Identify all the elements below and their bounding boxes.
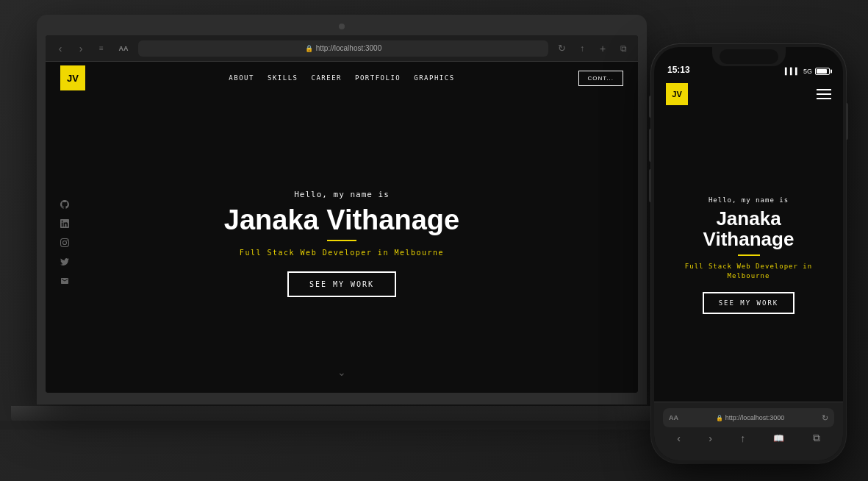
phone-browser-tabs-button[interactable]: ⧉ [813,432,820,444]
linkedin-icon[interactable] [60,219,69,229]
browser-new-tab-button[interactable]: + [595,41,610,56]
laptop-foot [0,421,691,430]
phone-hero-subtitle: Full Stack Web Developer inMelbourne [685,262,812,280]
hamburger-line-1 [817,89,831,90]
forward-icon: › [79,43,83,54]
social-icons [60,200,69,287]
phone-hero: Hello, my name is Janaka Vithanage Full … [654,109,843,402]
phone-reload-button[interactable]: ↻ [822,413,828,423]
instagram-icon[interactable] [60,238,69,249]
lock-icon: 🔒 [305,45,313,52]
nav-link-skills[interactable]: SKILLS [268,74,298,82]
web-hero: Hello, my name is Janaka Vithanage Full … [46,94,638,393]
hero-divider [327,240,356,241]
phone-browser-nav: ‹ › ↑ 📖 ⧉ [663,432,834,444]
nav-link-career[interactable]: CAREER [311,74,342,82]
phone-volume-down-button [649,169,651,202]
phone-browser-forward-button[interactable]: › [709,432,712,444]
phone-logo[interactable]: JV [666,83,688,105]
hero-subtitle: Full Stack Web Developer in Melbourne [240,249,444,257]
reader-icon: ≡ [99,44,104,52]
phone-hero-hello: Hello, my name is [709,196,789,204]
phone-browser-bookmarks-button[interactable]: 📖 [773,433,784,443]
scroll-indicator: ⌄ [337,366,346,378]
github-icon[interactable] [60,200,69,210]
browser-reload-button[interactable]: ↻ [554,41,569,56]
laptop-screen: ‹ › ≡ AA 🔒 http://localhost:3000 [46,35,638,393]
phone-url-text: 🔒 http://localhost:3000 [716,414,785,421]
browser-reader-button[interactable]: ≡ [94,41,109,56]
browser-share-button[interactable]: ↑ [575,41,589,56]
reload-icon: ↻ [558,43,566,54]
mail-icon[interactable] [60,277,69,287]
hero-name: Janaka Vithanage [224,205,459,236]
see-my-work-button[interactable]: SEE MY WORK [287,271,396,297]
phone-status-icons: ▍▍▍ 5G [785,68,830,75]
phone-time: 15:13 [667,65,690,75]
web-navbar: JV ABOUT SKILLS CAREER PORTFOLIO GRAPHIC… [46,62,638,94]
notch-pill [720,49,778,64]
browser-back-button[interactable]: ‹ [53,41,68,56]
nav-link-about[interactable]: ABOUT [229,74,254,82]
laptop-body: ‹ › ≡ AA 🔒 http://localhost:3000 [37,15,647,405]
share-icon: ↑ [580,43,584,54]
phone-browser-bar: AA 🔒 http://localhost:3000 ↻ ‹ › ↑ 📖 ⧉ [654,402,843,460]
phone-see-my-work-button[interactable]: SEE MY WORK [703,292,795,314]
browser-tabs-button[interactable]: ⧉ [616,41,631,56]
web-logo[interactable]: JV [60,65,85,90]
hamburger-line-3 [817,98,831,99]
phone-inner: 15:13 ▍▍▍ 5G JV [654,47,843,460]
laptop-device: ‹ › ≡ AA 🔒 http://localhost:3000 [37,15,647,463]
browser-aa-button[interactable]: AA [115,42,132,55]
tabs-icon: ⧉ [620,43,627,54]
hamburger-line-2 [817,93,831,95]
signal-bars-icon: ▍▍▍ [785,68,800,75]
laptop-base [11,406,672,421]
new-tab-icon: + [600,43,606,54]
phone-browser-url-bar[interactable]: AA 🔒 http://localhost:3000 ↻ [663,408,834,427]
laptop-camera [339,24,345,29]
phone-volume-up-button [649,129,651,162]
browser-url-bar[interactable]: 🔒 http://localhost:3000 [138,40,548,57]
phone-dynamic-island [712,47,786,66]
url-text: http://localhost:3000 [316,44,382,52]
phone-url-address: http://localhost:3000 [725,414,785,421]
phone-power-button [846,103,848,140]
hero-hello-text: Hello, my name is [294,190,390,199]
laptop-website: JV ABOUT SKILLS CAREER PORTFOLIO GRAPHIC… [46,62,638,393]
back-icon: ‹ [59,43,62,54]
hamburger-menu-button[interactable] [817,89,831,99]
twitter-icon[interactable] [60,257,69,268]
nav-link-graphics[interactable]: GRAPHICS [414,74,454,82]
phone-navbar: JV [654,79,843,109]
phone-browser-back-button[interactable]: ‹ [677,432,681,444]
scene: ‹ › ≡ AA 🔒 http://localhost:3000 [0,0,868,481]
phone-lock-icon: 🔒 [716,415,723,421]
phone-device: 15:13 ▍▍▍ 5G JV [651,44,846,463]
phone-hero-name: Janaka Vithanage [669,208,828,250]
battery-icon [815,68,830,75]
browser-forward-button[interactable]: › [73,41,88,56]
browser-chrome: ‹ › ≡ AA 🔒 http://localhost:3000 [46,35,638,62]
nav-link-portfolio[interactable]: PORTFOLIO [355,74,401,82]
phone-silent-button [649,96,651,118]
battery-level [817,69,827,74]
phone-hero-divider [738,254,760,256]
phone-browser-share-button[interactable]: ↑ [740,432,745,444]
network-type-label: 5G [803,68,812,75]
nav-contact-button[interactable]: CONT... [578,71,623,86]
web-nav-links: ABOUT SKILLS CAREER PORTFOLIO GRAPHICS [229,74,454,82]
phone-body: 15:13 ▍▍▍ 5G JV [651,44,846,463]
phone-aa-label[interactable]: AA [669,414,678,421]
